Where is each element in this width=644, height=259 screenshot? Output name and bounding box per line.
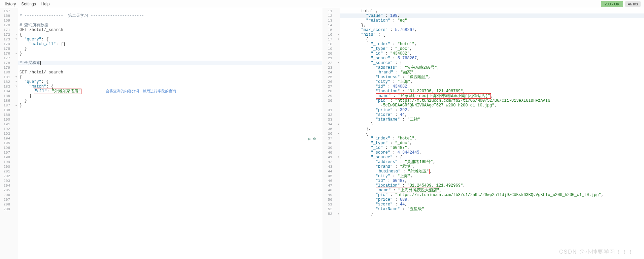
watermark: CSDN @小钟要学习！！！ xyxy=(559,249,634,256)
menu-history[interactable]: History xyxy=(3,2,16,6)
splitter-handle[interactable]: ⋮ xyxy=(322,134,324,140)
response-viewer[interactable]: total , "value" : 199, "relation" : "eq"… xyxy=(340,8,644,259)
wrench-icon[interactable]: ⚙ xyxy=(313,136,316,141)
request-editor[interactable]: # ---------------- 第二天学习 ---------------… xyxy=(18,8,322,259)
status-badge: 200 - OK xyxy=(601,1,623,7)
run-controls: ▷ ⚙ xyxy=(308,136,316,141)
menu-help[interactable]: Help xyxy=(41,2,50,6)
fold-column-left: ▾▾▴▾▾▾▴ xyxy=(14,8,18,259)
response-pane: ⋮ 11121314151617181920212223242526272829… xyxy=(322,8,644,259)
play-icon[interactable]: ▷ xyxy=(308,136,311,141)
top-menu-bar: History Settings Help 200 - OK 46 ms xyxy=(0,0,644,8)
request-editor-pane[interactable]: 1671681691701711721731741751761771781791… xyxy=(0,8,322,259)
line-gutter-right: 1112131415161718192021222324252627282930… xyxy=(322,8,336,259)
line-gutter-left: 1671681691701711721731741751761771781791… xyxy=(0,8,14,259)
menu-settings[interactable]: Settings xyxy=(21,2,36,6)
fold-column-right: ▾▾▾▴▾▾▴ xyxy=(336,8,340,259)
timing-badge: 46 ms xyxy=(625,1,641,7)
